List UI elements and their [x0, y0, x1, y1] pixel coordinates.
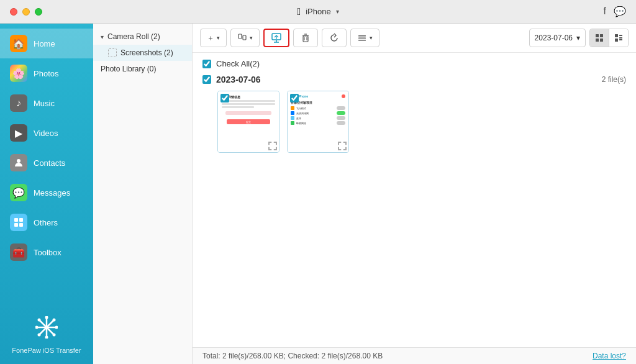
check-all-checkbox[interactable] [202, 60, 211, 68]
date-picker-chevron-icon: ▾ [576, 34, 580, 42]
thumbnail-item-1[interactable]: 更多详情信息 提交 [217, 91, 279, 153]
thumb2-toggle1 [337, 106, 345, 110]
file-tree: ▾ Camera Roll (2) Screenshots (2) Photo … [93, 24, 193, 364]
thumb2-row3: 蓝牙 [291, 116, 345, 120]
file-count: 2 file(s) [602, 75, 626, 84]
svg-rect-3 [14, 223, 18, 227]
export-pc-icon [271, 32, 282, 43]
thumb2-icon4 [291, 121, 294, 125]
thumb2-checkbox[interactable] [290, 94, 299, 102]
refresh-button[interactable] [322, 29, 347, 47]
svg-rect-32 [600, 34, 603, 37]
svg-rect-30 [358, 40, 366, 41]
tree-label-camera-roll: Camera Roll (2) [107, 32, 160, 41]
messages-icon: 💬 [10, 184, 27, 201]
tree-item-screenshots[interactable]: Screenshots (2) [93, 45, 192, 61]
svg-rect-37 [619, 35, 622, 36]
close-button[interactable] [10, 8, 17, 16]
date-value: 2023-07-06 [535, 34, 573, 42]
folder-icon [108, 48, 117, 57]
status-bar: Total: 2 file(s)/268.00 KB; Checked: 2 f… [193, 347, 636, 364]
content-area: ＋ ▾ ▾ [193, 24, 636, 364]
export-pc-button[interactable] [263, 29, 289, 47]
sidebar-item-contacts[interactable]: Contacts [0, 148, 93, 178]
tree-label-screenshots: Screenshots (2) [120, 48, 173, 57]
tree-item-photo-library[interactable]: Photo Library (0) [93, 61, 192, 77]
sidebar-item-others[interactable]: Others [0, 207, 93, 237]
toolbox-icon: 🧰 [10, 243, 27, 261]
chat-icon[interactable]: 💬 [614, 6, 626, 17]
svg-rect-35 [615, 34, 618, 37]
minimize-button[interactable] [22, 8, 30, 16]
grid-view-button[interactable] [590, 29, 609, 47]
check-all-label: Check All(2) [216, 59, 260, 68]
svg-point-11 [35, 326, 39, 329]
sidebar-label-messages: Messages [34, 188, 70, 198]
sidebar-item-videos[interactable]: ▶ Videos [0, 118, 93, 148]
title-bar-center:  iPhone ▾ [297, 6, 338, 17]
facebook-icon[interactable]: f [604, 6, 606, 17]
app-logo [35, 316, 58, 343]
tree-item-camera-roll[interactable]: ▾ Camera Roll (2) [93, 29, 192, 45]
others-icon [10, 214, 27, 231]
list-icon [614, 34, 623, 42]
svg-point-14 [53, 334, 56, 337]
delete-button[interactable] [293, 29, 318, 47]
more-button[interactable]: ▾ [350, 29, 379, 47]
thumb2-text1: 飞行模式 [296, 107, 335, 110]
toolbar: ＋ ▾ ▾ [193, 24, 636, 53]
svg-rect-33 [596, 39, 599, 42]
maximize-button[interactable] [35, 8, 42, 16]
sidebar-item-messages[interactable]: 💬 Messages [0, 178, 93, 207]
sidebar-label-toolbox: Toolbox [34, 248, 61, 257]
thumb1-line3 [222, 106, 254, 108]
thumb1-btn: 提交 [227, 119, 270, 124]
date-group-header: 2023-07-06 2 file(s) [202, 75, 626, 84]
svg-point-15 [53, 319, 56, 322]
list-view-button[interactable] [609, 29, 628, 47]
add-icon: ＋ [207, 33, 214, 43]
app-name: FonePaw iOS Transfer [12, 347, 81, 354]
thumb2-toggle2 [337, 111, 345, 115]
add-button[interactable]: ＋ ▾ [200, 29, 227, 47]
sidebar-item-music[interactable]: ♪ Music [0, 88, 93, 118]
sidebar-item-photos[interactable]: 🌸 Photos [0, 58, 93, 88]
svg-rect-23 [303, 36, 308, 42]
date-picker[interactable]: 2023-07-06 ▾ [529, 29, 586, 47]
sidebar-item-toolbox[interactable]: 🧰 Toolbox [0, 237, 93, 267]
thumb2-text2: 无线局域网 [296, 112, 335, 115]
videos-icon: ▶ [10, 124, 27, 142]
thumb2-toggle4 [337, 121, 345, 125]
svg-rect-4 [19, 223, 23, 227]
add-chevron-icon: ▾ [217, 35, 220, 41]
svg-rect-36 [615, 39, 618, 42]
svg-rect-28 [358, 35, 366, 37]
sidebar-label-home: Home [34, 39, 55, 48]
svg-rect-39 [619, 39, 622, 40]
thumb1-checkbox[interactable] [220, 94, 229, 102]
more-icon [357, 33, 367, 43]
data-lost-link[interactable]: Data lost? [593, 352, 626, 360]
device-transfer-button[interactable]: ▾ [230, 29, 260, 47]
thumb2-row2: 无线局域网 [291, 111, 345, 115]
svg-rect-29 [358, 38, 366, 39]
apple-icon:  [297, 6, 301, 17]
title-chevron-icon[interactable]: ▾ [336, 8, 339, 15]
svg-point-16 [38, 334, 41, 337]
content-scroll[interactable]: Check All(2) 2023-07-06 2 file(s) 更多详情信息 [193, 53, 636, 347]
svg-rect-18 [243, 35, 246, 40]
music-icon: ♪ [10, 94, 27, 112]
date-group-checkbox[interactable] [202, 75, 211, 84]
svg-point-9 [45, 316, 48, 319]
thumb1-line1 [222, 100, 275, 102]
thumb1-line2 [222, 103, 275, 105]
thumb2-row1: 飞行模式 [291, 106, 345, 110]
thumb2-toggle3 [337, 116, 345, 120]
thumb2-text3: 蓝牙 [296, 117, 335, 120]
thumbnail-item-2[interactable]: 重置 iPhone 有哪些传输项目 飞行模式 无线局 [287, 91, 349, 153]
thumb1-line4 [225, 111, 271, 115]
svg-point-0 [17, 159, 20, 163]
tree-label-photo-library: Photo Library (0) [101, 65, 156, 73]
thumb2-icon3 [291, 116, 294, 120]
sidebar-item-home[interactable]: 🏠 Home [0, 29, 93, 58]
